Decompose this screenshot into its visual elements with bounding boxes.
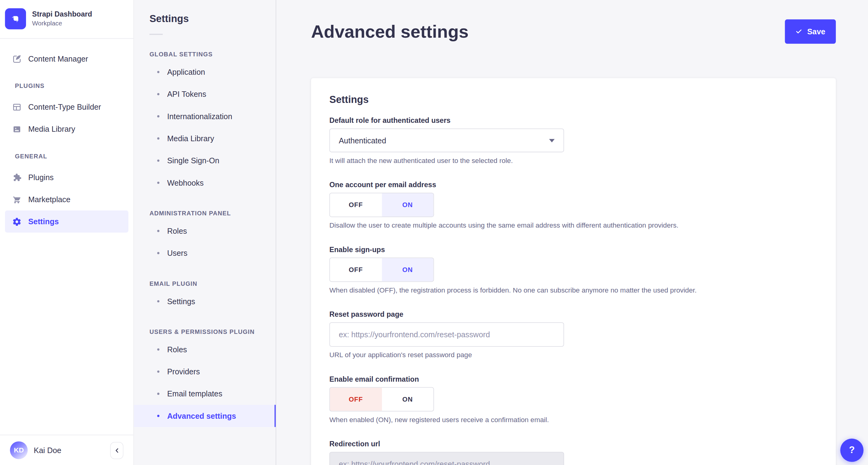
default-role-select[interactable]: Authenticated — [330, 128, 564, 152]
gear-icon — [12, 217, 22, 226]
sidebar-item-settings[interactable]: Settings — [5, 210, 128, 233]
sidebar-item-label: Content-Type Builder — [28, 102, 101, 111]
brand-text: Strapi Dashboard Workplace — [32, 10, 92, 28]
field-label: Redirection url — [330, 440, 818, 448]
one-account-toggle: OFF ON — [330, 193, 434, 217]
settings-subnav: Settings GLOBAL SETTINGS Application API… — [134, 0, 277, 465]
field-hint: When enabled (ON), new registered users … — [330, 416, 818, 424]
sidebar-item-media-library[interactable]: Media Library — [5, 118, 128, 140]
subnav-item-webhooks[interactable]: Webhooks — [134, 172, 276, 194]
subnav-section-label: EMAIL PLUGIN — [134, 280, 276, 287]
avatar: KD — [10, 441, 28, 459]
settings-card: Settings Default role for authenticated … — [311, 78, 836, 465]
card-heading: Settings — [330, 94, 818, 106]
sidebar-item-label: Plugins — [28, 173, 54, 182]
sidebar-nav: Content Manager PLUGINS Content-Type Bui… — [0, 39, 133, 435]
subnav-title: Settings — [149, 13, 262, 25]
field-label: Reset password page — [330, 310, 818, 318]
toggle-option-on[interactable]: ON — [382, 388, 434, 411]
subnav-item-media-library[interactable]: Media Library — [134, 127, 276, 149]
chevron-down-icon — [549, 139, 555, 142]
sidebar-item-marketplace[interactable]: Marketplace — [5, 188, 128, 210]
sidebar-item-plugins[interactable]: Plugins — [5, 166, 128, 188]
save-button-label: Save — [807, 27, 825, 36]
sidebar-item-label: Settings — [28, 217, 59, 226]
field-hint: When disabled (OFF), the registration pr… — [330, 286, 818, 294]
field-hint: URL of your application's reset password… — [330, 351, 818, 359]
sign-ups-toggle: OFF ON — [330, 258, 434, 282]
subnav-item-users[interactable]: Users — [134, 242, 276, 264]
sidebar-section-general: GENERAL — [15, 153, 129, 159]
field-one-account: One account per email address OFF ON Dis… — [330, 180, 818, 229]
app-window: Strapi Dashboard Workplace Content Manag… — [0, 0, 868, 465]
subnav-item-roles-admin[interactable]: Roles — [134, 220, 276, 242]
cart-icon — [12, 195, 22, 204]
subnav-section-label: GLOBAL SETTINGS — [134, 51, 276, 58]
page-title: Advanced settings — [311, 21, 468, 42]
check-icon — [796, 28, 802, 35]
image-icon — [12, 124, 22, 134]
subnav-divider — [149, 34, 162, 35]
sidebar-item-content-manager[interactable]: Content Manager — [5, 48, 128, 69]
field-email-confirmation: Enable email confirmation OFF ON When en… — [330, 375, 818, 424]
email-confirmation-toggle: OFF ON — [330, 387, 434, 412]
subnav-item-advanced-settings[interactable]: Advanced settings — [134, 405, 276, 427]
subnav-item-email-settings[interactable]: Settings — [134, 290, 276, 312]
field-enable-sign-ups: Enable sign-ups OFF ON When disabled (OF… — [330, 245, 818, 294]
toggle-option-on[interactable]: ON — [382, 193, 434, 216]
user-name: Kai Doe — [34, 446, 104, 455]
sidebar-item-label: Content Manager — [28, 54, 88, 63]
subnav-section-label: ADMINISTRATION PANEL — [134, 210, 276, 216]
subnav-section-administration-panel: ADMINISTRATION PANEL Roles Users — [134, 210, 276, 264]
main-sidebar: Strapi Dashboard Workplace Content Manag… — [0, 0, 134, 465]
subnav-item-roles-up[interactable]: Roles — [134, 339, 276, 360]
field-hint: Disallow the user to create multiple acc… — [330, 222, 818, 229]
field-label: One account per email address — [330, 180, 818, 189]
subnav-item-email-templates[interactable]: Email templates — [134, 383, 276, 405]
main-content: Advanced settings Save Settings Default … — [276, 0, 868, 465]
subnav-item-api-tokens[interactable]: API Tokens — [134, 83, 276, 105]
puzzle-icon — [12, 172, 22, 182]
subnav-item-application[interactable]: Application — [134, 61, 276, 83]
reset-password-input[interactable] — [330, 322, 564, 347]
field-reset-password: Reset password page URL of your applicat… — [330, 310, 818, 359]
toggle-option-off[interactable]: OFF — [330, 388, 382, 411]
sidebar-item-label: Media Library — [28, 125, 75, 134]
toggle-option-off[interactable]: OFF — [330, 258, 382, 281]
subnav-section-email-plugin: EMAIL PLUGIN Settings — [134, 280, 276, 313]
field-label: Enable email confirmation — [330, 375, 818, 383]
redirection-url-input[interactable] — [330, 452, 564, 465]
subnav-item-single-sign-on[interactable]: Single Sign-On — [134, 149, 276, 172]
sidebar-item-content-type-builder[interactable]: Content-Type Builder — [5, 96, 128, 118]
toggle-option-off[interactable]: OFF — [330, 193, 382, 216]
layout-icon — [12, 102, 22, 112]
strapi-logo-icon — [5, 8, 26, 29]
feather-icon — [12, 54, 22, 63]
help-button[interactable]: ? — [840, 439, 863, 462]
subnav-item-providers[interactable]: Providers — [134, 360, 276, 383]
workspace-switcher[interactable]: Strapi Dashboard Workplace — [0, 0, 133, 38]
chevron-left-icon — [114, 447, 120, 453]
sidebar-section-plugins: PLUGINS — [15, 82, 129, 89]
user-row: KD Kai Doe — [0, 435, 133, 465]
workspace-label: Workplace — [32, 19, 92, 28]
toggle-option-on[interactable]: ON — [382, 258, 434, 281]
app-title: Strapi Dashboard — [32, 10, 92, 20]
field-default-role: Default role for authenticated users Aut… — [330, 116, 818, 165]
field-label: Enable sign-ups — [330, 245, 818, 254]
field-label: Default role for authenticated users — [330, 116, 818, 125]
sidebar-item-label: Marketplace — [28, 195, 70, 204]
field-hint: It will attach the new authenticated use… — [330, 157, 818, 165]
subnav-section-global-settings: GLOBAL SETTINGS Application API Tokens I… — [134, 51, 276, 194]
subnav-section-users-permissions-plugin: USERS & PERMISSIONS PLUGIN Roles Provide… — [134, 328, 276, 427]
subnav-section-label: USERS & PERMISSIONS PLUGIN — [134, 328, 276, 335]
select-value: Authenticated — [339, 136, 386, 145]
page-header: Advanced settings Save — [311, 0, 836, 44]
subnav-item-internationalization[interactable]: Internationalization — [134, 106, 276, 127]
save-button[interactable]: Save — [785, 19, 836, 44]
field-redirection-url: Redirection url — [330, 440, 818, 465]
collapse-sidebar-button[interactable] — [110, 442, 123, 459]
